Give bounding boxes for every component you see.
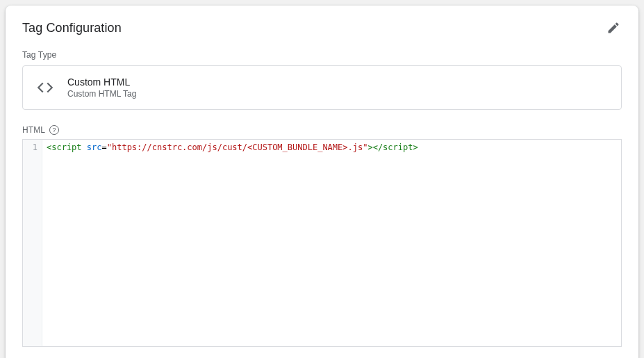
html-label: HTML: [22, 125, 45, 135]
tag-type-subtitle: Custom HTML Tag: [67, 88, 136, 99]
help-icon[interactable]: ?: [49, 125, 59, 135]
edit-button[interactable]: [605, 19, 622, 36]
card-title: Tag Configuration: [22, 21, 122, 35]
code-token-attr: src: [87, 143, 102, 152]
code-token-openclose: >: [368, 143, 372, 152]
card-header: Tag Configuration: [22, 19, 622, 36]
code-area[interactable]: <script src="https://cnstrc.com/js/cust/…: [42, 140, 621, 346]
line-gutter: 1: [23, 140, 42, 346]
tag-type-label: Tag Type: [22, 50, 622, 60]
code-token-string: "https://cnstrc.com/js/cust/<CUSTOM_BUND…: [107, 143, 368, 152]
tag-type-selector[interactable]: Custom HTML Custom HTML Tag: [22, 65, 622, 110]
line-number: 1: [23, 141, 38, 154]
html-label-row: HTML ?: [22, 125, 622, 135]
pencil-icon: [606, 21, 620, 35]
tag-configuration-card: Tag Configuration Tag Type Custom HTML C…: [6, 6, 638, 358]
tag-type-name: Custom HTML: [67, 76, 136, 88]
tag-type-text: Custom HTML Custom HTML Tag: [67, 76, 136, 99]
code-token-open: <script: [47, 143, 82, 152]
code-icon: [34, 76, 56, 99]
code-token-close: </script>: [373, 143, 418, 152]
html-code-editor[interactable]: 1 <script src="https://cnstrc.com/js/cus…: [22, 139, 622, 347]
